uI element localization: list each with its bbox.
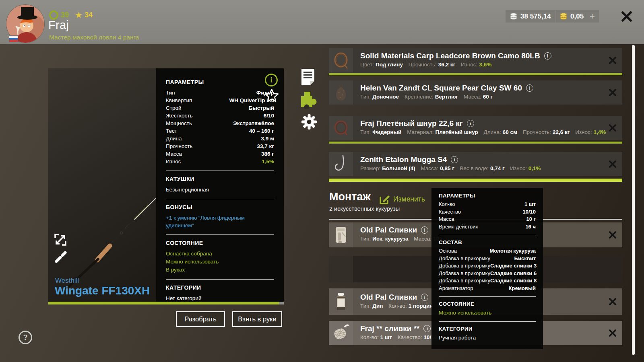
detail-label: Кол-во: xyxy=(360,334,379,340)
param-label: Жёсткость xyxy=(166,112,192,119)
detail-value: Фидерный xyxy=(372,129,401,135)
close-icon xyxy=(609,124,617,132)
info-icon[interactable]: i xyxy=(421,226,428,234)
gold-balance[interactable]: 0,05 xyxy=(555,10,588,23)
close-icon xyxy=(620,10,633,23)
player-name: Fraj xyxy=(48,19,69,32)
puzzle-icon xyxy=(299,90,318,109)
item-details: Размер:Большой (4) Масса:0,85 г Вес в во… xyxy=(360,165,541,171)
detail-value-wear: 3,6% xyxy=(479,62,491,68)
hook-icon xyxy=(329,152,353,176)
remove-item-button[interactable] xyxy=(609,329,617,337)
detail-label: Качество: xyxy=(398,334,422,340)
remove-item-button[interactable] xyxy=(609,231,617,239)
braided-line-icon xyxy=(329,116,353,140)
divider xyxy=(166,234,274,235)
detail-value: 1 шт xyxy=(380,334,392,340)
detail-label: Масса: xyxy=(414,236,431,242)
edit-montage-button[interactable]: Изменить xyxy=(379,194,425,205)
item-title: Fraj Плетёный шнур 22,6 кг xyxy=(360,119,463,128)
equipment-row-weight[interactable]: Helen Van Zandt CL Square Pear Clay SW 6… xyxy=(329,80,622,105)
tooltip-state-title: СОСТОЯНИЕ xyxy=(439,301,536,307)
help-button[interactable]: ? xyxy=(19,331,32,344)
detail-label: Цвет: xyxy=(360,62,374,68)
param-label: Износ xyxy=(166,158,181,165)
item-title: Old Pal Сливки xyxy=(360,226,417,234)
silver-balance[interactable]: 38 575,14 xyxy=(506,10,555,23)
notes-tab[interactable] xyxy=(301,69,315,86)
item-details: Тип:Иск. кукуруза Масса:10 г xyxy=(360,236,443,242)
favorite-star-icon[interactable] xyxy=(264,88,279,105)
gold-amount: 0,05 xyxy=(570,12,584,21)
detail-value: 1 порция xyxy=(409,303,433,309)
tooltip-label: Основа xyxy=(439,247,457,255)
settings-tab[interactable] xyxy=(301,114,317,132)
montage-title: Монтаж xyxy=(329,191,371,203)
divider xyxy=(166,171,274,171)
param-value: 33,7 кг xyxy=(257,142,274,150)
rod-segments-icon[interactable] xyxy=(54,250,68,265)
detail-value: 0,74 г xyxy=(490,165,505,171)
info-icon[interactable]: i xyxy=(526,84,533,92)
detail-value: Плетёный шнур xyxy=(436,129,478,135)
info-icon[interactable]: i xyxy=(421,294,428,301)
detail-label: Тип: xyxy=(360,94,371,100)
detail-label: Вес в воде: xyxy=(460,165,489,171)
topbar: 39 ★ 34 Fraj Мастер маховой ловли 4 ранг… xyxy=(0,0,644,44)
detail-value: Большой (4) xyxy=(382,165,415,171)
tooltip-value: Сладкие сливки 8 xyxy=(490,277,537,285)
param-label: Строй xyxy=(166,104,182,112)
close-button[interactable] xyxy=(620,10,633,23)
tooltip-label: Время действия xyxy=(439,223,478,231)
remove-item-button[interactable] xyxy=(609,298,617,306)
take-in-hands-button[interactable]: Взять в руки xyxy=(232,311,282,327)
param-label: Мощность xyxy=(166,119,192,127)
detail-label: Длина: xyxy=(484,129,501,135)
info-icon[interactable]: i xyxy=(265,74,278,86)
param-label: Тест xyxy=(166,127,177,135)
expand-icon[interactable] xyxy=(54,233,67,248)
silver-coins-icon xyxy=(510,13,518,20)
param-label: Квивертип xyxy=(166,97,192,104)
equipment-row-hook[interactable]: Zenith Etalon Mugga S4 i Размер:Большой … xyxy=(329,152,622,176)
close-icon xyxy=(609,298,617,306)
detail-value: Под глину xyxy=(376,62,403,68)
disassemble-button[interactable]: Разобрать xyxy=(176,311,225,327)
star-icon: ★ xyxy=(75,10,82,20)
tooltip-value: 10 г xyxy=(526,216,536,223)
info-icon[interactable]: i xyxy=(544,52,551,60)
setup-tab-active[interactable] xyxy=(299,90,318,110)
state-line: Оснастка собрана xyxy=(166,250,274,258)
tooltip-params-title: ПАРАМЕТРЫ xyxy=(439,193,536,199)
param-value: Экстратяжёлое xyxy=(233,119,274,127)
tooltip-label: Ароматизатор xyxy=(439,285,473,292)
remove-item-button[interactable] xyxy=(609,56,617,64)
info-icon[interactable]: i xyxy=(451,156,458,163)
info-icon[interactable]: i xyxy=(423,325,431,332)
param-value: 386 г xyxy=(261,150,274,158)
tooltip-value: Сладкие сливки 6 xyxy=(490,270,537,278)
clay-weight-icon xyxy=(329,80,353,105)
param-label: Длина xyxy=(166,135,182,142)
rod-parameters-panel: i ПАРАМЕТРЫ ТипФидер КвивертипWH QuiverT… xyxy=(156,68,284,302)
detail-label: Прочность: xyxy=(523,129,551,135)
inventory-screen: 39 ★ 34 Fraj Мастер маховой ловли 4 ранг… xyxy=(0,0,644,362)
add-funds-button[interactable]: + xyxy=(586,10,599,23)
item-tooltip: ПАРАМЕТРЫ Кол-во1 шт Качество10/10 Масса… xyxy=(431,188,543,349)
item-title: Zenith Etalon Mugga S4 xyxy=(360,155,447,164)
bonus-value: +1 к умению "Ловля фидерным удилищем" xyxy=(166,214,248,229)
mesh-bait-icon xyxy=(329,321,353,345)
equipment-row-leadcore[interactable]: Solid Materials Carp Leadcore Brown Camo… xyxy=(329,48,622,72)
info-icon[interactable]: i xyxy=(467,120,474,127)
rod-preview: Westhill Wingate FF130XH xyxy=(48,68,156,302)
tooltip-state-value: Можно использовать xyxy=(439,309,536,317)
scrollbar[interactable] xyxy=(632,45,635,355)
equipment-row-leader[interactable]: Fraj Плетёный шнур 22,6 кг i Тип:Фидерны… xyxy=(329,116,622,140)
tooltip-value: Бисквит xyxy=(514,255,536,263)
tooltip-categories-title: КАТЕГОРИИ xyxy=(439,326,536,332)
detail-label: Износ: xyxy=(461,62,477,68)
detail-label: Тип: xyxy=(360,303,371,309)
remove-item-button[interactable] xyxy=(609,160,617,168)
remove-item-button[interactable] xyxy=(609,124,617,132)
remove-item-button[interactable] xyxy=(609,88,617,97)
